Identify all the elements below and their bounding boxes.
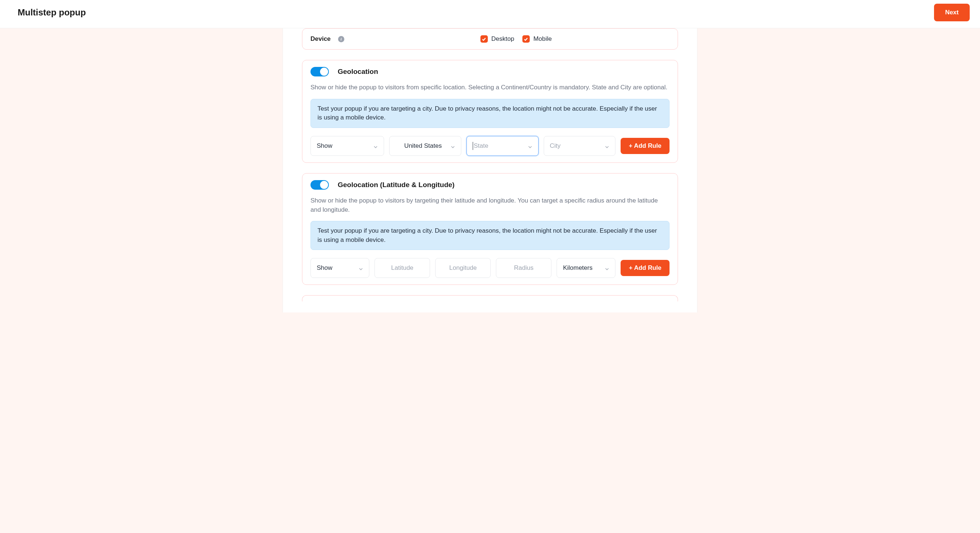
select-placeholder: City xyxy=(550,142,605,150)
checkbox-mobile-label: Mobile xyxy=(533,35,552,43)
select-placeholder: State xyxy=(474,142,528,150)
input-placeholder: Latitude xyxy=(381,264,424,272)
geolocation-latlng-card: Geolocation (Latitude & Longitude) Show … xyxy=(302,173,678,285)
select-value: Kilometers xyxy=(563,264,605,272)
page-title: Multistep popup xyxy=(18,7,86,17)
device-checkbox-group: Desktop Mobile xyxy=(480,35,552,43)
checkbox-desktop[interactable] xyxy=(480,35,488,43)
chevron-down-icon xyxy=(359,266,363,270)
content-wrap: Device i Desktop Mobile xyxy=(283,28,697,313)
toggle-knob xyxy=(320,68,328,76)
geolocation-latlng-title: Geolocation (Latitude & Longitude) xyxy=(338,181,455,189)
longitude-input[interactable]: Longitude xyxy=(435,258,491,278)
device-row: Device i Desktop Mobile xyxy=(310,35,670,43)
geolocation-latlng-note: Test your popup if you are targeting a c… xyxy=(310,221,670,250)
unit-select[interactable]: Kilometers xyxy=(557,258,616,278)
select-value: Show xyxy=(317,142,373,150)
chevron-down-icon xyxy=(528,144,532,148)
geolocation-toggle[interactable] xyxy=(310,67,329,76)
input-placeholder: Radius xyxy=(502,264,545,272)
checkbox-mobile[interactable] xyxy=(522,35,530,43)
input-placeholder: Longitude xyxy=(441,264,484,272)
next-card-peek xyxy=(302,295,678,301)
chevron-down-icon xyxy=(605,266,609,270)
geolocation-action-select[interactable]: Show xyxy=(310,136,384,156)
text-caret xyxy=(473,142,473,150)
geolocation-country-select[interactable]: United States xyxy=(389,136,461,156)
info-icon[interactable]: i xyxy=(338,36,344,42)
device-card: Device i Desktop Mobile xyxy=(302,28,678,50)
geolocation-header: Geolocation xyxy=(310,67,670,76)
radius-input[interactable]: Radius xyxy=(496,258,551,278)
geolocation-latlng-header: Geolocation (Latitude & Longitude) xyxy=(310,180,670,190)
geolocation-card: Geolocation Show or hide the popup to vi… xyxy=(302,60,678,163)
select-value: United States xyxy=(395,142,451,150)
latlng-action-select[interactable]: Show xyxy=(310,258,369,278)
geolocation-add-rule-button[interactable]: + Add Rule xyxy=(620,138,670,154)
geolocation-latlng-toggle[interactable] xyxy=(310,180,329,190)
toggle-knob xyxy=(320,181,328,189)
latitude-input[interactable]: Latitude xyxy=(374,258,430,278)
chevron-down-icon xyxy=(373,144,378,148)
chevron-down-icon xyxy=(605,144,609,148)
page-background: Device i Desktop Mobile xyxy=(0,28,980,533)
geolocation-latlng-rule-row: Show Latitude Longitude Radius Kilometer… xyxy=(310,258,670,278)
geolocation-city-select[interactable]: City xyxy=(544,136,616,156)
chevron-down-icon xyxy=(451,144,455,148)
geolocation-note: Test your popup if you are targeting a c… xyxy=(310,99,670,128)
geolocation-title: Geolocation xyxy=(338,68,378,76)
geolocation-description: Show or hide the popup to visitors from … xyxy=(310,83,670,92)
checkbox-desktop-label: Desktop xyxy=(492,35,514,43)
next-button[interactable]: Next xyxy=(934,4,970,21)
device-option-mobile: Mobile xyxy=(522,35,552,43)
page-header: Multistep popup Next xyxy=(0,0,980,28)
geolocation-rule-row: Show United States State City + Add Rule xyxy=(310,136,670,156)
geolocation-state-select[interactable]: State xyxy=(466,136,539,156)
select-value: Show xyxy=(317,264,359,272)
device-label: Device xyxy=(310,35,331,43)
latlng-add-rule-button[interactable]: + Add Rule xyxy=(620,260,670,276)
geolocation-latlng-description: Show or hide the popup to visitors by ta… xyxy=(310,196,670,214)
device-option-desktop: Desktop xyxy=(480,35,514,43)
